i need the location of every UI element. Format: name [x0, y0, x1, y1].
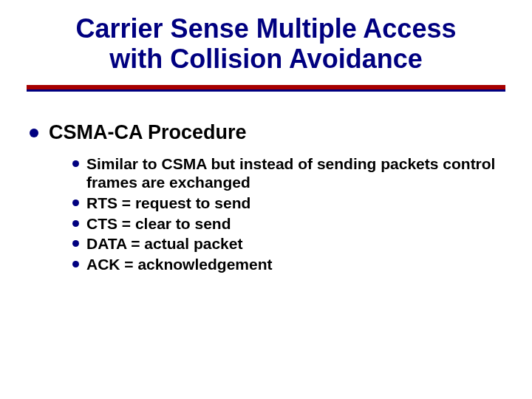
list-item: DATA = actual packet: [72, 234, 505, 253]
list-item: Similar to CSMA but instead of sending p…: [72, 154, 505, 192]
sub-bullet-list: Similar to CSMA but instead of sending p…: [30, 154, 505, 274]
bullet-icon: [72, 160, 79, 167]
sub-bullet-text: DATA = actual packet: [86, 234, 242, 253]
bullet-icon: [72, 261, 79, 267]
list-item: CTS = clear to send: [72, 214, 505, 233]
sub-bullet-text: Similar to CSMA but instead of sending p…: [86, 154, 505, 192]
bullet-icon: [30, 129, 38, 137]
sub-bullet-text: RTS = request to send: [86, 194, 250, 213]
bullet-icon: [72, 200, 79, 206]
bullet-icon: [72, 220, 79, 227]
slide-title: Carrier Sense Multiple Access with Colli…: [27, 13, 505, 75]
bullet-icon: [72, 240, 79, 247]
slide: Carrier Sense Multiple Access with Colli…: [0, 0, 532, 399]
bullet-level1: CSMA-CA Procedure: [30, 121, 505, 144]
title-line-1: Carrier Sense Multiple Access: [76, 13, 457, 44]
title-line-2: with Collision Avoidance: [109, 44, 422, 74]
title-divider: [27, 85, 505, 92]
sub-bullet-text: ACK = acknowledgement: [86, 255, 272, 274]
list-item: ACK = acknowledgement: [72, 255, 505, 274]
list-item: RTS = request to send: [72, 194, 505, 213]
sub-bullet-text: CTS = clear to send: [86, 214, 231, 233]
bullet-level1-text: CSMA-CA Procedure: [49, 121, 247, 144]
content-area: CSMA-CA Procedure Similar to CSMA but in…: [27, 121, 505, 274]
